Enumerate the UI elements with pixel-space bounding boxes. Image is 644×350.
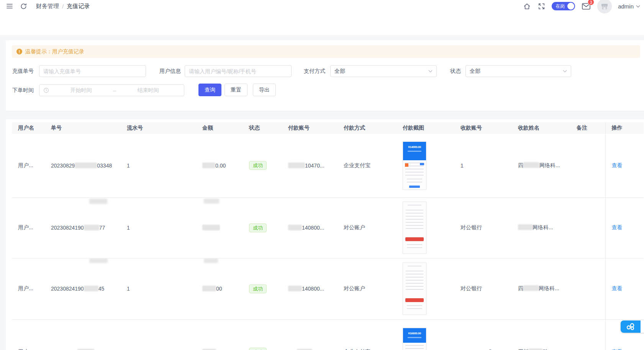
cell-pay-method: 对公账户 xyxy=(338,197,397,258)
avatar[interactable] xyxy=(597,0,612,13)
order-no-input[interactable] xyxy=(39,65,146,77)
table-header-row: 用户名 单号 流水号 金额 状态 付款账号 付款方式 付款截图 收款账号 收款姓… xyxy=(12,122,644,134)
user-name: admin xyxy=(618,3,634,10)
cell-pay-account: 10470... xyxy=(282,134,338,197)
status-value: 全部 xyxy=(470,68,563,75)
cell-order-no: 2023082419077 xyxy=(45,197,121,258)
column-header: 付款截图 xyxy=(397,122,454,134)
status-select[interactable]: 全部 xyxy=(465,65,571,77)
baidu-netdisk-icon xyxy=(626,322,636,331)
cell-order-no: 2023082903348 xyxy=(45,134,121,197)
screenshot-header: ¥14000.00 xyxy=(403,142,426,160)
filter-card: ! 温馨提示：用户充值记录 充值单号 用户信息 支付方式 全部 状态 全部 下单… xyxy=(6,40,644,111)
breadcrumb: 财务管理 / 充值记录 xyxy=(36,3,90,10)
column-header: 付款账号 xyxy=(282,122,338,134)
cell-remark xyxy=(570,134,605,197)
menu-fold-icon[interactable] xyxy=(5,2,14,10)
pay-method-select[interactable]: 全部 xyxy=(330,65,437,77)
view-link[interactable]: 查看 xyxy=(612,224,623,230)
home-icon[interactable] xyxy=(523,2,531,10)
cell-status: 成功 xyxy=(243,319,282,350)
refresh-icon[interactable] xyxy=(19,2,28,10)
censored-blur xyxy=(84,286,98,291)
censored-blur xyxy=(288,225,302,230)
cell-recv-name: 网络科... xyxy=(512,197,570,258)
clock-icon xyxy=(43,87,49,93)
cell-pay-method: 对公账户 xyxy=(338,258,397,319)
notice-text: 温馨提示：用户充值记录 xyxy=(25,48,84,55)
censored-blur xyxy=(518,224,533,230)
payment-screenshot-thumbnail[interactable] xyxy=(403,263,426,315)
cell-username: 用户 xyxy=(12,319,45,350)
order-time-label: 下单时间 xyxy=(12,84,34,96)
status-label: 状态 xyxy=(450,65,461,77)
censored-blur xyxy=(529,348,542,350)
cell-remark xyxy=(570,319,605,350)
export-button[interactable]: 导出 xyxy=(253,84,276,96)
censored-blur xyxy=(204,199,219,204)
censored-blur xyxy=(89,199,107,204)
search-button[interactable]: 查询 xyxy=(198,84,221,96)
cell-recv-account: 1 xyxy=(454,134,512,197)
floating-netdisk-widget[interactable]: 提 xyxy=(621,320,644,333)
censored-blur xyxy=(202,225,220,230)
breadcrumb-parent[interactable]: 财务管理 xyxy=(36,3,59,10)
column-header: 操作 xyxy=(605,122,644,134)
fullscreen-icon[interactable] xyxy=(537,2,546,10)
column-header: 流水号 xyxy=(121,122,196,134)
confirm-button-bar xyxy=(409,186,420,188)
reset-button[interactable]: 重置 xyxy=(224,84,247,96)
cell-pay-screenshot: ¥16600.00 xyxy=(397,319,454,350)
view-link[interactable]: 查看 xyxy=(612,348,623,350)
breadcrumb-current: 充值记录 xyxy=(67,3,90,10)
cell-amount xyxy=(196,197,243,258)
censored-blur xyxy=(202,163,215,168)
cell-recv-name: 四网络科... xyxy=(512,134,570,197)
censored-blur xyxy=(288,163,305,168)
cell-remark xyxy=(570,197,605,258)
table-row: 用户... 2023082903348 1 0.00 成功 10470... 企… xyxy=(12,134,644,197)
cell-recv-name: 四川科 xyxy=(512,319,570,350)
column-header: 单号 xyxy=(45,122,121,134)
table-row: 用户... 2023082419077 1 成功 140800... 对公账户 xyxy=(12,197,644,258)
payment-screenshot-thumbnail[interactable]: ¥14000.00 xyxy=(403,141,426,190)
cell-pay-screenshot xyxy=(397,258,454,319)
screenshot-amount: ¥14000.00 xyxy=(403,145,426,149)
cell-serial: 1 xyxy=(121,319,196,350)
payment-screenshot-thumbnail[interactable]: ¥16600.00 xyxy=(403,328,426,350)
date-range-input[interactable]: 开始时间 – 结束时间 xyxy=(39,84,184,96)
user-info-input[interactable] xyxy=(185,65,292,77)
app-icon xyxy=(405,163,408,167)
user-menu[interactable]: admin xyxy=(618,3,640,10)
on-duty-label: 在岗 xyxy=(556,3,565,10)
cell-status: 成功 xyxy=(243,258,282,319)
cell-amount: 00 xyxy=(196,258,243,319)
range-separator: – xyxy=(113,87,116,94)
cell-status: 成功 xyxy=(243,134,282,197)
top-bar: 财务管理 / 充值记录 在岗 xyxy=(0,0,644,35)
netdisk-widget-label-partial[interactable]: 提 xyxy=(641,320,644,333)
on-duty-toggle[interactable]: 在岗 xyxy=(552,2,575,10)
chevron-down-icon xyxy=(636,5,640,8)
start-time-placeholder: 开始时间 xyxy=(49,87,113,94)
cell-serial: 1 xyxy=(121,134,196,197)
view-link[interactable]: 查看 xyxy=(612,162,623,168)
cell-order-no: 2023082111193 xyxy=(45,319,121,350)
status-badge: 成功 xyxy=(249,223,267,232)
cell-username: 用户... xyxy=(12,134,45,197)
netdisk-button[interactable] xyxy=(621,320,641,333)
cell-amount: 0.00 xyxy=(196,134,243,197)
payment-screenshot-thumbnail[interactable] xyxy=(403,202,426,254)
view-link[interactable]: 查看 xyxy=(612,285,623,291)
toggle-knob-icon xyxy=(567,3,574,10)
column-header: 收款姓名 xyxy=(512,122,570,134)
column-header: 用户名 xyxy=(12,122,45,134)
censored-blur xyxy=(202,286,216,291)
order-no-label: 充值单号 xyxy=(12,65,34,77)
table-row: 用户 2023082111193 1 00 成功 185989 企业支付宝 ¥1… xyxy=(12,319,644,350)
status-badge: 成功 xyxy=(249,284,267,293)
receipt-red-button xyxy=(405,298,424,302)
receipt-red-button xyxy=(405,237,424,241)
mail-button[interactable]: 3 xyxy=(581,1,591,11)
cell-recv-name: 四网络科... xyxy=(512,258,570,319)
